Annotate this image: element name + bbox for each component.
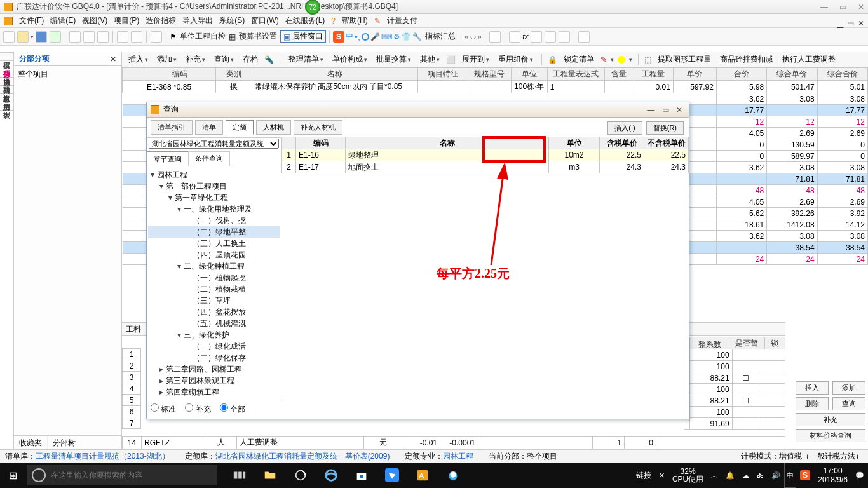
h-unit[interactable]: 单位 [511,68,547,81]
btn-del[interactable]: 删除 [796,397,829,410]
dtab-rcj[interactable]: 人材机 [256,120,291,135]
dlg-insert-btn[interactable]: 插入(I) [607,121,642,135]
quota-tree[interactable]: ▾园林工程▾第一部份工程项目▾第一章绿化工程▾一、绿化用地整理及（一）伐树、挖（… [147,166,281,397]
subtab-chapter[interactable]: 章节查询 [147,151,189,166]
dlg-min-icon[interactable]: — [647,105,654,114]
work-rows[interactable]: 10010088.21☐10088.21☐10091.69 [684,349,785,430]
h-expr[interactable]: 工程量表达式 [547,68,605,81]
project-root-node[interactable]: 整个项目 [18,69,48,78]
mdi-close[interactable]: ✕ [858,19,864,28]
dtab-de[interactable]: 定额 [226,120,254,135]
mt-insert[interactable]: 插入▾ [126,54,151,65]
tool-summary[interactable]: 指标汇总 [425,31,456,42]
tray-sogou[interactable]: S [796,463,814,488]
tray-link[interactable]: 链接 [632,463,655,488]
tray-action-icon[interactable]: 💬 [851,463,868,488]
radio-supp[interactable]: 补充 [185,403,210,415]
tool-save-icon[interactable] [36,31,47,43]
menu-online[interactable]: 在线服务(L) [285,15,325,26]
tool-d-icon[interactable] [545,31,556,43]
tool-search-icon[interactable] [151,31,162,43]
dlg-replace-btn[interactable]: 替换(R) [646,121,684,135]
app-gbq[interactable] [408,463,437,488]
tool-copy-icon[interactable] [83,31,95,43]
tool-new-icon[interactable] [3,31,15,43]
btn-matprice[interactable]: 材料价格查询 [796,429,865,442]
mt-save[interactable]: 存档 [240,54,261,65]
dtab-qdzy[interactable]: 清单指引 [151,120,193,135]
vtab-reports[interactable]: 报表 [0,102,14,111]
tool-f-icon[interactable] [578,31,590,43]
footer-fav[interactable]: 收藏夹 [14,436,48,449]
start-button[interactable]: ⊞ [0,463,25,488]
quota-row[interactable]: 1 E1-16 绿地整理 10m2 22.5 22.5 [282,149,689,161]
tray-chevron-icon[interactable]: ︿ [707,463,722,488]
tool-a-icon[interactable] [489,31,501,43]
tray-network-icon[interactable]: 🖧 [753,463,768,488]
btn-query[interactable]: 查询 [832,397,865,410]
tool-print-icon[interactable] [50,31,61,43]
mt-lock[interactable]: 锁定清单 [561,54,597,65]
q-h-unit[interactable]: 单位 [549,137,600,149]
mt-expand[interactable]: 展开到▾ [459,54,492,65]
tool-e-icon[interactable] [559,31,570,43]
app-qq[interactable] [438,463,468,488]
btn-insert[interactable]: 插入 [796,381,829,395]
menu-project[interactable]: 项目(P) [114,15,139,26]
maximize-button[interactable]: ▭ [839,3,846,11]
ime-tshirt-icon[interactable]: 👕 [402,32,411,41]
app-dingtalk[interactable] [377,463,407,488]
dlg-max-icon[interactable]: ▭ [662,105,669,114]
project-tree[interactable]: 整个项目 [14,66,121,82]
h-spec[interactable]: 规格型号 [468,68,511,81]
h-hl[interactable]: 含量 [605,68,634,81]
search-input[interactable] [51,471,217,480]
btn-supp[interactable]: 补充 [796,413,865,426]
q-h-p2[interactable]: 不含税单价 [644,137,689,149]
ime-keyboard-icon[interactable]: ⌨ [381,32,392,41]
mt-other[interactable]: 其他▾ [417,54,442,65]
vtab-others[interactable]: 其他项目 [0,77,14,86]
minimize-button[interactable]: — [820,3,828,11]
tool-selfcheck[interactable]: 单位工程自检 [180,31,226,42]
tool-undo-icon[interactable] [117,31,128,43]
vtab-fees[interactable]: 费用汇总 [0,93,14,102]
h-price[interactable]: 单价 [673,68,716,81]
menu-file[interactable]: 文件(F) [19,15,44,26]
subtab-condition[interactable]: 条件查询 [188,151,230,166]
mt-tidy[interactable]: 整理清单▾ [286,54,326,65]
dlg-close-icon[interactable]: ✕ [676,105,682,114]
h-code[interactable]: 编码 [144,68,216,81]
tool-redo-icon[interactable] [131,31,142,43]
sogou-s-icon[interactable]: S [333,31,344,43]
btn-add[interactable]: 添加 [832,381,865,395]
close-button[interactable]: ✕ [858,3,864,11]
h0[interactable] [123,68,144,81]
mt-concrete[interactable]: 商品砼拌费扣减 [717,54,776,65]
tool-open-icon[interactable] [17,31,29,43]
radio-standard[interactable]: 标准 [151,403,176,415]
tray-volume-icon[interactable]: 🔊 [768,463,784,488]
mt-batch[interactable]: 批量换算▾ [374,54,414,65]
tray-bell-icon[interactable]: 🔔 [722,463,738,488]
status-qdk[interactable]: 工程量清单项目计量规范（2013-湖北） [36,452,170,461]
ime-circle-icon[interactable] [362,33,369,41]
dialog-titlebar[interactable]: 查询 — ▭ ✕ [147,102,689,118]
mdi-restore[interactable]: ▭ [847,19,854,28]
app-taskview[interactable] [225,463,254,488]
tool-budget[interactable]: 预算书设置 [239,31,277,42]
vtab-measures[interactable]: 措施项目 [0,69,14,78]
project-close-icon[interactable]: ✕ [110,55,116,64]
q-h-code[interactable]: 编码 [296,137,346,149]
radio-all[interactable]: 全部 [220,403,245,415]
menu-system[interactable]: 系统(S) [219,15,245,26]
tray-onedrive-icon[interactable]: ☁ [738,463,753,488]
row-numbers[interactable]: 1234567 [122,348,141,429]
q-h-name[interactable]: 名称 [346,137,549,149]
menu-edit[interactable]: 编辑(E) [50,15,76,26]
mt-reuse[interactable]: 重用组价▾ [496,54,536,65]
dtab-bcrcj[interactable]: 补充人材机 [294,120,342,135]
menu-pay[interactable]: 计量支付 [387,15,417,26]
ime-mic-icon[interactable]: 🎤 [370,32,380,41]
mt-add[interactable]: 添加▾ [154,54,179,65]
